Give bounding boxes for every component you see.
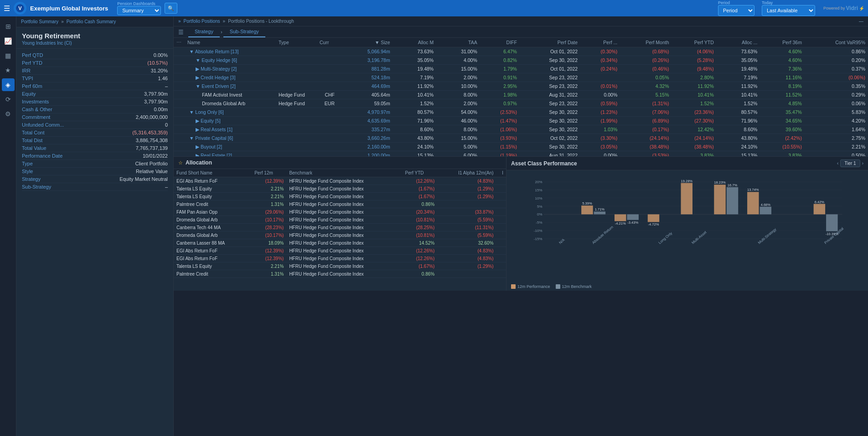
sidebar-filter-icon[interactable]: ◈ bbox=[2, 78, 15, 91]
table-settings-icon[interactable]: ☰ bbox=[178, 29, 184, 36]
col-diff[interactable]: DIFF bbox=[480, 38, 520, 47]
alloc-table-row[interactable]: FAM Pan Asian Opp(29.06%)HFRU Hedge Fund… bbox=[174, 208, 506, 216]
table-row[interactable]: Dromeda Global ArbHedge FundEUR59.05m1.5… bbox=[174, 99, 868, 108]
metric-label[interactable]: Total Cont bbox=[22, 130, 45, 135]
group-name[interactable]: ▶ Real Estate [2] bbox=[187, 153, 232, 156]
tier-button[interactable]: Tier 1 bbox=[840, 159, 860, 167]
allocation-table-wrap[interactable]: Fund Short Name Perf 12m Benchmark Perf … bbox=[174, 169, 506, 291]
metric-label[interactable]: Cash & Other bbox=[22, 107, 52, 112]
metric-label[interactable]: Total Dist bbox=[22, 138, 42, 143]
table-row[interactable]: ▼ Private Capital [6]3,660.26m43.80%15.0… bbox=[174, 134, 868, 143]
alloc-table-row[interactable]: Canberra Tech 44 MA(28.23%)HFRU Hedge Fu… bbox=[174, 224, 506, 231]
group-name[interactable]: ▼ Long Only [6] bbox=[187, 109, 224, 115]
metric-label[interactable]: Type bbox=[22, 161, 33, 166]
table-row[interactable]: ▶ Real Estate [2]1,200.00m15.13%6.00%(1.… bbox=[174, 151, 868, 157]
breadcrumb-portfolio-summary[interactable]: Portfolio Summary bbox=[21, 19, 58, 24]
col-size[interactable]: ▼ Size bbox=[337, 38, 393, 47]
alloc-col-benchmark[interactable]: Benchmark bbox=[286, 169, 402, 177]
breadcrumb-portfolio-positions[interactable]: Portfolio Positions bbox=[184, 19, 220, 24]
alloc-table-row[interactable]: Palmtree Credit1.31%HFRU Hedge Fund Comp… bbox=[174, 200, 506, 208]
sidebar-star-icon[interactable]: ★ bbox=[2, 64, 15, 77]
metric-label[interactable]: Commitment bbox=[22, 114, 50, 120]
group-name[interactable]: ▶ Buyout [2] bbox=[187, 144, 222, 149]
group-name[interactable]: ▼ Absolute Return [13] bbox=[187, 49, 238, 54]
metric-label[interactable]: Style bbox=[22, 169, 33, 174]
table-row[interactable]: ▼ Event Driven [2]464.69m11.92%10.00%2.9… bbox=[174, 82, 868, 91]
minimize-button[interactable]: — bbox=[859, 19, 863, 24]
alloc-table-row[interactable]: Talenta LS Equity2.21%HFRU Hedge Fund Co… bbox=[174, 262, 506, 270]
sidebar-home-icon[interactable]: ⊞ bbox=[2, 20, 15, 33]
metric-label[interactable]: Equity bbox=[22, 91, 36, 97]
metric-label[interactable]: Performance Date bbox=[22, 153, 62, 159]
alloc-col-i[interactable]: I bbox=[496, 169, 506, 177]
col-perf[interactable]: Perf ... bbox=[580, 38, 620, 47]
group-name[interactable]: ▶ Credit Hedge [3] bbox=[187, 75, 235, 80]
alloc-table-row[interactable]: EGI Abs Return FoF(12.39%)HFRU Hedge Fun… bbox=[174, 255, 506, 262]
tab-strategy[interactable]: Strategy bbox=[188, 26, 220, 37]
sidebar-settings-icon[interactable]: ⚙ bbox=[2, 108, 15, 120]
col-curr[interactable]: Curr bbox=[317, 38, 337, 47]
table-row[interactable]: ▶ Credit Hedge [3]524.18m7.19%2.00%0.91%… bbox=[174, 73, 868, 82]
metric-label[interactable]: Investments bbox=[22, 99, 49, 104]
group-name[interactable]: ▶ Real Assets [1] bbox=[187, 127, 232, 132]
group-name[interactable]: ▼ Event Driven [2] bbox=[187, 83, 236, 89]
group-name[interactable]: ▶ Equity [5] bbox=[187, 118, 221, 123]
col-perfmonth[interactable]: Perf Month bbox=[620, 38, 672, 47]
sidebar-chart-icon[interactable]: 📈 bbox=[2, 35, 15, 47]
col-allocd[interactable]: Alloc ... bbox=[717, 38, 760, 47]
menu-icon[interactable]: ☰ bbox=[4, 4, 10, 13]
tier-prev-icon[interactable]: ‹ bbox=[837, 161, 838, 166]
group-name[interactable]: ▼ Equity Hedge [6] bbox=[187, 57, 237, 63]
col-perfytd[interactable]: Perf YTD bbox=[672, 38, 716, 47]
dashboard-select[interactable]: Summary bbox=[117, 6, 161, 15]
col-type[interactable]: Type bbox=[276, 38, 317, 47]
alloc-table-row[interactable]: Talenta LS Equity2.21%HFRU Hedge Fund Co… bbox=[174, 193, 506, 200]
metric-label[interactable]: TVPI bbox=[22, 76, 33, 81]
alloc-table-row[interactable]: Dromeda Global Arb(10.17%)HFRU Hedge Fun… bbox=[174, 231, 506, 239]
metric-label[interactable]: Sub-Strategy bbox=[22, 184, 51, 190]
alloc-col-alpha[interactable]: I1 Alpha 12m(An) bbox=[437, 169, 496, 177]
alloc-table-row[interactable]: Palmtree Credit1.31%HFRU Hedge Fund Comp… bbox=[174, 270, 506, 278]
table-row[interactable]: ▼ Absolute Return [13]5,066.94m73.63%31.… bbox=[174, 47, 868, 56]
period-select[interactable]: Period bbox=[718, 5, 754, 16]
metric-row: Perf 60m– bbox=[22, 82, 168, 90]
col-perf36[interactable]: Perf 36m bbox=[760, 38, 805, 47]
alloc-col-perf12m[interactable]: Perf 12m bbox=[252, 169, 286, 177]
metric-label[interactable]: Perf QTD bbox=[22, 52, 43, 58]
table-row[interactable]: FAM Activist InvestHedge FundCHF405.64m1… bbox=[174, 91, 868, 99]
alloc-col-perfytd[interactable]: Perf YTD bbox=[403, 169, 438, 177]
alloc-table-row[interactable]: Canberra Lasser 88 MA18.09%HFRU Hedge Fu… bbox=[174, 239, 506, 247]
metric-label[interactable]: Perf YTD bbox=[22, 60, 42, 66]
alloc-table-row[interactable]: Talenta LS Equity2.21%HFRU Hedge Fund Co… bbox=[174, 185, 506, 193]
table-row[interactable]: ▶ Buyout [2]2,160.00m24.10%5.00%(1.15%)S… bbox=[174, 143, 868, 151]
col-perfdate[interactable]: Perf Date bbox=[520, 38, 580, 47]
col-allocm[interactable]: Alloc M bbox=[393, 38, 437, 47]
metric-label[interactable]: IRR bbox=[22, 68, 31, 73]
sidebar-cycle-icon[interactable]: ⟳ bbox=[2, 93, 15, 106]
sidebar-box-icon[interactable]: ▦ bbox=[2, 49, 15, 62]
col-taa[interactable]: TAA bbox=[436, 38, 480, 47]
breadcrumb-cash-summary[interactable]: Portfolio Cash Summary bbox=[67, 19, 116, 24]
tab-sub-strategy[interactable]: Sub-Strategy bbox=[223, 26, 265, 37]
date-select[interactable]: Last Available bbox=[762, 5, 815, 16]
table-row[interactable]: ▼ Long Only [6]4,970.97m80.57%54.00%(2.5… bbox=[174, 108, 868, 117]
alloc-col-name[interactable]: Fund Short Name bbox=[174, 169, 252, 177]
group-name[interactable]: ▶ Multi-Strategy [2] bbox=[187, 66, 237, 72]
alloc-table-row[interactable]: EGI Abs Return FoF(12.39%)HFRU Hedge Fun… bbox=[174, 177, 506, 185]
metric-label[interactable]: Perf 60m bbox=[22, 83, 42, 89]
table-row[interactable]: ▼ Equity Hedge [6]3,196.78m35.05%4.00%0.… bbox=[174, 56, 868, 65]
search-button[interactable]: 🔍 bbox=[165, 3, 177, 14]
table-row[interactable]: ▶ Multi-Strategy [2]881.28m19.48%15.00%1… bbox=[174, 65, 868, 73]
tier-next-icon[interactable]: › bbox=[862, 161, 863, 166]
col-name[interactable]: Name bbox=[185, 38, 276, 47]
col-var[interactable]: Cont VaR95% bbox=[805, 38, 868, 47]
metric-label[interactable]: Total Value bbox=[22, 145, 46, 151]
alloc-table-row[interactable]: EGI Abs Return FoF(12.39%)HFRU Hedge Fun… bbox=[174, 247, 506, 255]
alloc-table-row[interactable]: Dromeda Global Arb(10.17%)HFRU Hedge Fun… bbox=[174, 216, 506, 224]
table-row[interactable]: ▶ Equity [5]4,635.69m71.96%46.00%(1.47%)… bbox=[174, 117, 868, 125]
metric-label[interactable]: Strategy bbox=[22, 176, 41, 182]
group-name[interactable]: ▼ Private Capital [6] bbox=[187, 135, 233, 141]
positions-table-container[interactable]: ⋯ Name Type Curr ▼ Size Alloc M TAA DIFF… bbox=[174, 38, 868, 156]
metric-label[interactable]: Unfunded Comm... bbox=[22, 122, 64, 128]
table-row[interactable]: ▶ Real Assets [1]335.27m8.60%8.00%(1.06%… bbox=[174, 125, 868, 134]
